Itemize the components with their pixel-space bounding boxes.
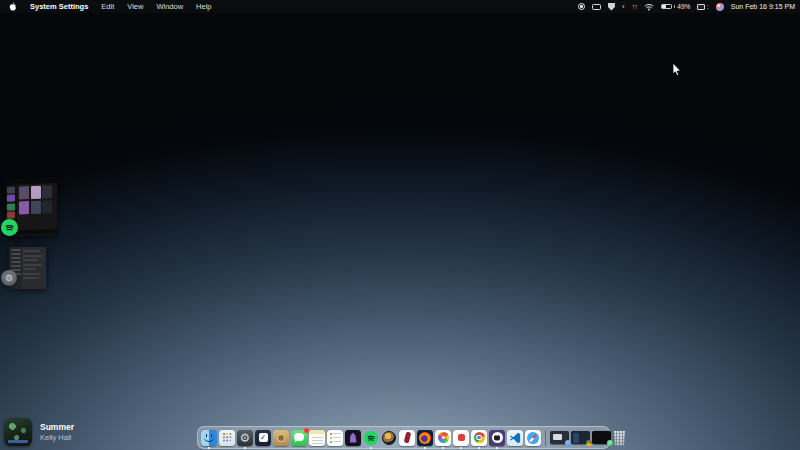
- battery-nub: [674, 5, 675, 8]
- minimized-window-app-badge: [607, 440, 613, 446]
- settings-gear-badge-icon[interactable]: ⚙: [1, 270, 17, 286]
- dock-notes[interactable]: [309, 430, 325, 446]
- now-playing-title: Summer: [40, 422, 74, 434]
- purple-figure-icon: [345, 430, 361, 446]
- album-art: [4, 418, 32, 446]
- spotify-icon: [363, 430, 379, 446]
- dock-separator: [545, 430, 546, 446]
- launchpad-icon: [219, 430, 235, 446]
- dock-dark-gold-app[interactable]: [381, 430, 397, 446]
- mouse-cursor: [672, 63, 682, 81]
- dock: ⚙ ✓: [197, 426, 610, 449]
- dock-tan-emblem-app[interactable]: [273, 430, 289, 446]
- checklist-icon: ✓: [255, 430, 271, 446]
- chevron-collapse-icon[interactable]: ‹: [622, 3, 625, 11]
- dock-screen-recorder[interactable]: [453, 430, 469, 446]
- input-source-colon: :: [707, 3, 709, 10]
- record-square-icon: [453, 430, 469, 446]
- firefox-icon: [417, 430, 433, 446]
- input-source-icon[interactable]: :: [697, 3, 708, 10]
- dock-spotify[interactable]: [363, 430, 379, 446]
- minimized-window-1[interactable]: [550, 431, 569, 444]
- running-indicator: [442, 447, 444, 449]
- github-octocat-icon: [489, 430, 505, 446]
- shield-icon[interactable]: [608, 3, 615, 11]
- dock-chrome[interactable]: [471, 430, 487, 446]
- chrome-icon: [471, 430, 487, 446]
- safari-compass-icon: [525, 430, 541, 446]
- minimized-window-app-badge: [586, 440, 592, 446]
- up-arrows-icon[interactable]: ↑↑: [632, 3, 637, 10]
- battery-indicator[interactable]: 49%: [661, 3, 691, 10]
- dock-red-figure-app[interactable]: [399, 430, 415, 446]
- running-indicator: [478, 447, 480, 449]
- dock-tasks-app[interactable]: ✓: [255, 430, 271, 446]
- dock-safari[interactable]: [525, 430, 541, 446]
- spotify-badge-icon[interactable]: [1, 219, 18, 236]
- dock-github-desktop[interactable]: [489, 430, 505, 446]
- running-indicator: [496, 447, 498, 449]
- running-indicator: [208, 447, 210, 449]
- now-playing-widget[interactable]: Summer Kelly Hall: [4, 418, 74, 446]
- red-figure-icon: [399, 430, 415, 446]
- menu-window[interactable]: Window: [156, 2, 183, 11]
- dock-finder[interactable]: [201, 430, 217, 446]
- dock-system-settings[interactable]: ⚙: [237, 430, 253, 446]
- reminders-icon: [327, 430, 343, 446]
- running-indicator: [244, 447, 246, 449]
- vscode-icon: [507, 430, 523, 446]
- dock-color-wheel-app[interactable]: [435, 430, 451, 446]
- running-indicator: [370, 447, 372, 449]
- gold-swirl-icon: [381, 430, 397, 446]
- notification-badge: [304, 428, 310, 434]
- siri-icon[interactable]: [716, 3, 724, 11]
- battery-icon: [661, 4, 672, 10]
- spotify-preview-grid: [17, 183, 57, 230]
- minimized-window-3[interactable]: [592, 431, 611, 444]
- dock-purple-game[interactable]: [345, 430, 361, 446]
- color-wheel-icon: [435, 430, 451, 446]
- minimized-window-app-badge: [565, 440, 571, 446]
- gear-icon: ⚙: [237, 430, 253, 446]
- display-mirroring-icon[interactable]: [592, 4, 601, 10]
- running-indicator: [460, 447, 462, 449]
- menu-edit[interactable]: Edit: [101, 2, 114, 11]
- apple-menu-icon[interactable]: [9, 2, 17, 11]
- menu-bar-clock[interactable]: Sun Feb 16 9:15 PM: [731, 3, 795, 10]
- emblem-icon: [273, 430, 289, 446]
- wifi-icon[interactable]: [644, 3, 654, 11]
- minimized-window-2[interactable]: [571, 431, 590, 444]
- finder-icon: [201, 430, 217, 446]
- dock-firefox[interactable]: [417, 430, 433, 446]
- menu-view[interactable]: View: [127, 2, 143, 11]
- dock-vscode[interactable]: [507, 430, 523, 446]
- notes-icon: [309, 430, 325, 446]
- menu-bar: System Settings Edit View Window Help ‹ …: [0, 0, 800, 13]
- menu-help[interactable]: Help: [196, 2, 211, 11]
- record-circle-icon[interactable]: [578, 3, 585, 10]
- battery-percent: 49%: [677, 3, 690, 10]
- settings-preview-content: [23, 250, 44, 279]
- trash-icon[interactable]: [613, 431, 626, 446]
- now-playing-artist: Kelly Hall: [40, 433, 74, 442]
- running-indicator: [424, 447, 426, 449]
- dock-launchpad[interactable]: [219, 430, 235, 446]
- active-app-name[interactable]: System Settings: [30, 2, 88, 11]
- input-source-box: [697, 4, 705, 10]
- dock-messages[interactable]: [291, 430, 307, 446]
- dock-reminders[interactable]: [327, 430, 343, 446]
